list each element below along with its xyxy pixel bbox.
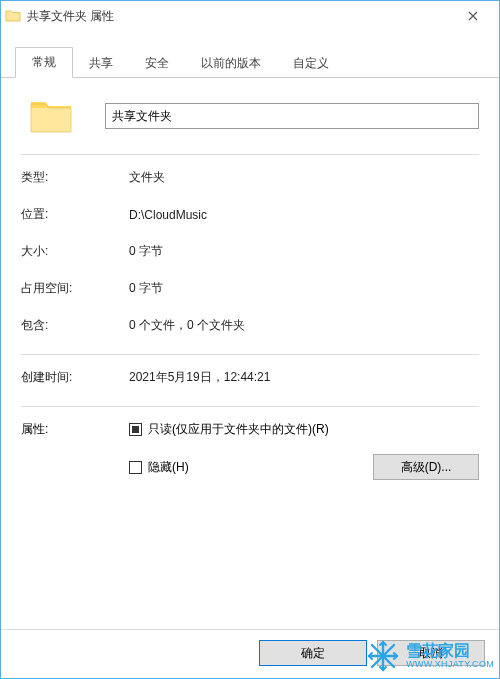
size-value: 0 字节 (129, 243, 163, 260)
folder-name-input[interactable] (105, 103, 479, 129)
tab-previous-versions[interactable]: 以前的版本 (185, 49, 277, 78)
size-label: 大小: (21, 243, 129, 260)
size-on-disk-label: 占用空间: (21, 280, 129, 297)
close-button[interactable] (451, 2, 495, 30)
ok-button[interactable]: 确定 (259, 640, 367, 666)
properties-window: 共享文件夹 属性 常规 共享 安全 以前的版本 自定义 类型: 文件夹 (0, 0, 500, 679)
divider (21, 154, 479, 155)
folder-small-icon (5, 8, 21, 24)
folder-large-icon (27, 92, 75, 140)
dialog-footer: 确定 取消 (1, 629, 499, 678)
cancel-button[interactable]: 取消 (377, 640, 485, 666)
created-label: 创建时间: (21, 369, 129, 386)
hidden-checkbox[interactable]: 隐藏(H) (129, 459, 189, 476)
type-value: 文件夹 (129, 169, 165, 186)
advanced-button[interactable]: 高级(D)... (373, 454, 479, 480)
contains-value: 0 个文件，0 个文件夹 (129, 317, 245, 334)
location-label: 位置: (21, 206, 129, 223)
tab-strip: 常规 共享 安全 以前的版本 自定义 (1, 31, 499, 78)
general-panel: 类型: 文件夹 位置: D:\CloudMusic 大小: 0 字节 占用空间:… (1, 78, 499, 629)
attributes-label: 属性: (21, 421, 129, 480)
size-on-disk-value: 0 字节 (129, 280, 163, 297)
title-bar: 共享文件夹 属性 (1, 1, 499, 31)
divider (21, 406, 479, 407)
readonly-checkbox-label: 只读(仅应用于文件夹中的文件)(R) (148, 421, 329, 438)
readonly-checkbox[interactable]: 只读(仅应用于文件夹中的文件)(R) (129, 421, 479, 438)
checkbox-indeterminate-icon (129, 423, 142, 436)
tab-general[interactable]: 常规 (15, 47, 73, 78)
contains-label: 包含: (21, 317, 129, 334)
created-value: 2021年5月19日，12:44:21 (129, 369, 270, 386)
tab-customize[interactable]: 自定义 (277, 49, 345, 78)
type-label: 类型: (21, 169, 129, 186)
checkbox-empty-icon (129, 461, 142, 474)
divider (21, 354, 479, 355)
tab-security[interactable]: 安全 (129, 49, 185, 78)
window-title: 共享文件夹 属性 (27, 8, 451, 25)
location-value: D:\CloudMusic (129, 208, 207, 222)
tab-sharing[interactable]: 共享 (73, 49, 129, 78)
hidden-checkbox-label: 隐藏(H) (148, 459, 189, 476)
